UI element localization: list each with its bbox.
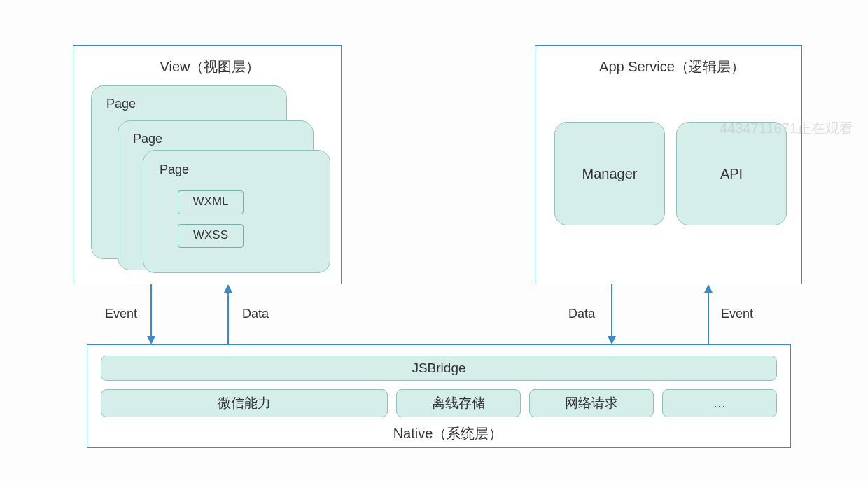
svg-marker-1 [147, 336, 155, 344]
arrow-svc-data-down [605, 284, 619, 344]
appservice-layer-title: App Service（逻辑层） [588, 57, 756, 76]
manager-card: Manager [554, 122, 665, 225]
offline-storage-label: 离线存储 [432, 394, 485, 412]
jsbridge-bar: JSBridge [101, 356, 777, 381]
manager-label: Manager [582, 166, 638, 182]
view-layer-title: View（视图层） [140, 57, 280, 76]
label-view-data: Data [242, 307, 269, 321]
label-svc-data: Data [568, 307, 595, 321]
api-label: API [720, 166, 743, 182]
more-label: … [713, 396, 727, 411]
offline-storage-bar: 离线存储 [396, 389, 521, 417]
page-label-mid: Page [133, 132, 162, 146]
label-view-event: Event [105, 307, 137, 321]
wechat-capability-label: 微信能力 [218, 394, 271, 412]
network-request-bar: 网络请求 [529, 389, 654, 417]
svg-marker-7 [704, 284, 713, 293]
network-request-label: 网络请求 [565, 394, 618, 412]
page-label-back: Page [106, 97, 136, 111]
page-label-front: Page [160, 162, 189, 177]
arrow-view-data-up [221, 284, 235, 344]
wxml-box: WXML [178, 190, 244, 214]
svg-marker-3 [224, 284, 232, 293]
label-svc-event: Event [721, 307, 753, 321]
arrow-view-event-down [144, 284, 158, 344]
wechat-capability-bar: 微信能力 [101, 389, 388, 417]
wxss-box: WXSS [178, 224, 244, 248]
more-bar: … [662, 389, 777, 417]
native-layer-title: Native（系统层） [378, 424, 518, 443]
svg-marker-5 [608, 336, 616, 344]
jsbridge-label: JSBridge [412, 361, 465, 376]
api-card: API [676, 122, 787, 225]
arrow-svc-event-up [701, 284, 715, 344]
